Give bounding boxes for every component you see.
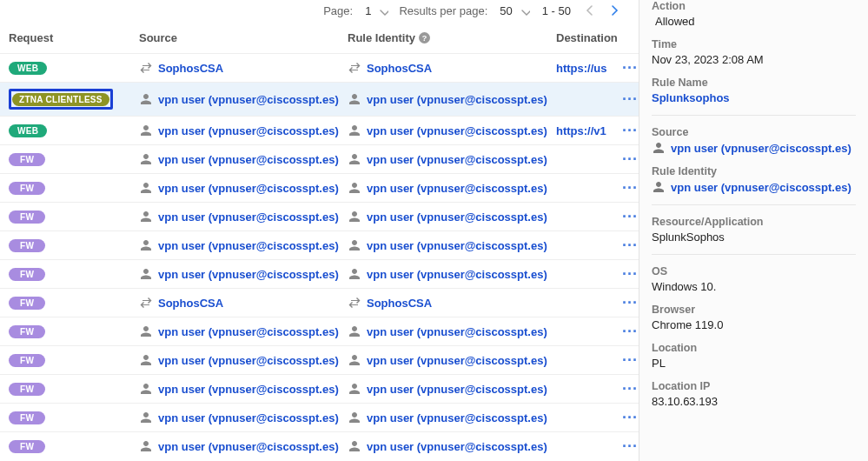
- more-actions-button[interactable]: ···: [622, 122, 638, 139]
- col-header-destination[interactable]: Destination: [556, 31, 617, 44]
- table-row[interactable]: FWvpn user (vpnuser@ciscosspt.es)vpn use…: [0, 259, 639, 288]
- browser-value: Chrome 119.0: [652, 318, 856, 331]
- table-row[interactable]: WEBvpn user (vpnuser@ciscosspt.es)vpn us…: [0, 116, 639, 144]
- table-row[interactable]: FWvpn user (vpnuser@ciscosspt.es)vpn use…: [0, 403, 639, 431]
- rule-link[interactable]: vpn user (vpnuser@ciscosspt.es): [367, 124, 547, 137]
- col-header-rule[interactable]: Rule Identity ?: [348, 31, 556, 44]
- rule-link[interactable]: vpn user (vpnuser@ciscosspt.es): [367, 440, 547, 453]
- table-row[interactable]: FWvpn user (vpnuser@ciscosspt.es)vpn use…: [0, 144, 639, 173]
- source-link[interactable]: vpn user (vpnuser@ciscosspt.es): [158, 182, 339, 195]
- col-header-request[interactable]: Request: [9, 31, 139, 44]
- rule-link[interactable]: vpn user (vpnuser@ciscosspt.es): [367, 93, 547, 106]
- source-link[interactable]: vpn user (vpnuser@ciscosspt.es): [158, 210, 339, 224]
- rule-link[interactable]: vpn user (vpnuser@ciscosspt.es): [367, 411, 547, 424]
- info-icon[interactable]: ?: [419, 32, 430, 43]
- log-table: Request Source Rule Identity ? Destinati…: [0, 24, 639, 460]
- user-icon: [348, 353, 361, 367]
- location-value: PL: [652, 357, 856, 370]
- os-value: Windows 10.: [652, 280, 856, 293]
- source-link[interactable]: vpn user (vpnuser@ciscosspt.es): [158, 411, 339, 424]
- source-label: Source: [652, 126, 856, 138]
- more-actions-button[interactable]: ···: [622, 90, 638, 108]
- source-value[interactable]: vpn user (vpnuser@ciscosspt.es): [652, 141, 856, 155]
- time-value: Nov 23, 2023 2:08 AM: [652, 53, 856, 66]
- user-icon: [139, 324, 153, 338]
- table-row[interactable]: FWvpn user (vpnuser@ciscosspt.es)vpn use…: [0, 173, 639, 202]
- table-row[interactable]: ZTNA CLIENTLESSvpn user (vpnuser@ciscoss…: [0, 82, 639, 116]
- source-link[interactable]: SophosCSA: [158, 297, 223, 310]
- rule-link[interactable]: SophosCSA: [367, 62, 432, 75]
- results-select[interactable]: 50: [498, 4, 529, 17]
- user-icon: [139, 124, 153, 137]
- user-icon: [348, 324, 361, 338]
- rule-link[interactable]: vpn user (vpnuser@ciscosspt.es): [367, 182, 547, 195]
- table-row[interactable]: FWvpn user (vpnuser@ciscosspt.es)vpn use…: [0, 374, 639, 403]
- swap-icon: [139, 296, 153, 310]
- more-actions-button[interactable]: ···: [622, 179, 638, 197]
- rule-link[interactable]: vpn user (vpnuser@ciscosspt.es): [367, 153, 547, 166]
- rule-link[interactable]: vpn user (vpnuser@ciscosspt.es): [367, 239, 547, 252]
- browser-label: Browser: [652, 304, 856, 316]
- fw-badge: FW: [9, 268, 45, 281]
- rulename-value[interactable]: Splunksophos: [652, 91, 856, 104]
- source-link[interactable]: vpn user (vpnuser@ciscosspt.es): [158, 93, 339, 106]
- rule-link[interactable]: vpn user (vpnuser@ciscosspt.es): [367, 383, 547, 396]
- table-row[interactable]: FWvpn user (vpnuser@ciscosspt.es)vpn use…: [0, 202, 639, 230]
- source-link[interactable]: vpn user (vpnuser@ciscosspt.es): [158, 239, 339, 252]
- rulename-label: Rule Name: [652, 77, 856, 89]
- rule-link[interactable]: vpn user (vpnuser@ciscosspt.es): [367, 210, 547, 224]
- table-row[interactable]: FWSophosCSASophosCSA···: [0, 288, 639, 317]
- destination-link[interactable]: https://v1: [556, 124, 606, 137]
- more-actions-button[interactable]: ···: [622, 150, 638, 168]
- user-icon: [348, 238, 361, 252]
- user-icon: [139, 382, 153, 396]
- page-select[interactable]: 1: [363, 4, 388, 17]
- rule-link[interactable]: vpn user (vpnuser@ciscosspt.es): [367, 268, 547, 281]
- swap-icon: [348, 296, 361, 310]
- more-actions-button[interactable]: ···: [622, 438, 638, 455]
- source-link[interactable]: vpn user (vpnuser@ciscosspt.es): [158, 268, 339, 281]
- source-link[interactable]: vpn user (vpnuser@ciscosspt.es): [158, 440, 339, 453]
- rule-link[interactable]: vpn user (vpnuser@ciscosspt.es): [367, 354, 547, 367]
- user-icon: [348, 92, 361, 106]
- source-link[interactable]: vpn user (vpnuser@ciscosspt.es): [158, 124, 339, 137]
- destination-link[interactable]: https://us: [556, 62, 607, 75]
- source-link[interactable]: SophosCSA: [158, 62, 223, 75]
- more-actions-button[interactable]: ···: [622, 351, 638, 369]
- table-row[interactable]: WEBSophosCSASophosCSAhttps://us···: [0, 53, 639, 82]
- user-icon: [348, 124, 361, 137]
- fw-badge: FW: [9, 182, 45, 195]
- next-page-button[interactable]: [607, 3, 621, 17]
- source-link[interactable]: vpn user (vpnuser@ciscosspt.es): [158, 325, 339, 338]
- table-row[interactable]: FWvpn user (vpnuser@ciscosspt.es)vpn use…: [0, 431, 639, 460]
- rule-link[interactable]: vpn user (vpnuser@ciscosspt.es): [367, 325, 547, 338]
- user-icon: [139, 92, 153, 106]
- more-actions-button[interactable]: ···: [622, 208, 638, 225]
- user-icon: [139, 181, 153, 195]
- user-icon: [139, 210, 153, 224]
- table-row[interactable]: FWvpn user (vpnuser@ciscosspt.es)vpn use…: [0, 317, 639, 345]
- rule-link[interactable]: SophosCSA: [367, 297, 432, 310]
- table-row[interactable]: FWvpn user (vpnuser@ciscosspt.es)vpn use…: [0, 345, 639, 374]
- more-actions-button[interactable]: ···: [622, 59, 638, 77]
- more-actions-button[interactable]: ···: [622, 323, 638, 340]
- prev-page-button[interactable]: [583, 3, 597, 17]
- ruleid-value[interactable]: vpn user (vpnuser@ciscosspt.es): [652, 180, 856, 194]
- os-label: OS: [652, 265, 856, 277]
- more-actions-button[interactable]: ···: [622, 237, 638, 254]
- source-link[interactable]: vpn user (vpnuser@ciscosspt.es): [158, 153, 339, 166]
- user-icon: [652, 141, 666, 155]
- user-icon: [348, 382, 361, 396]
- col-header-source[interactable]: Source: [139, 31, 348, 44]
- results-label: Results per page:: [399, 4, 487, 17]
- more-actions-button[interactable]: ···: [622, 380, 638, 398]
- more-actions-button[interactable]: ···: [622, 294, 638, 311]
- source-link[interactable]: vpn user (vpnuser@ciscosspt.es): [158, 354, 339, 367]
- source-link[interactable]: vpn user (vpnuser@ciscosspt.es): [158, 383, 339, 396]
- more-actions-button[interactable]: ···: [622, 265, 638, 283]
- swap-icon: [139, 61, 153, 75]
- user-icon: [348, 210, 361, 224]
- more-actions-button[interactable]: ···: [622, 409, 638, 426]
- ztna-badge: ZTNA CLIENTLESS: [9, 89, 113, 110]
- table-row[interactable]: FWvpn user (vpnuser@ciscosspt.es)vpn use…: [0, 230, 639, 259]
